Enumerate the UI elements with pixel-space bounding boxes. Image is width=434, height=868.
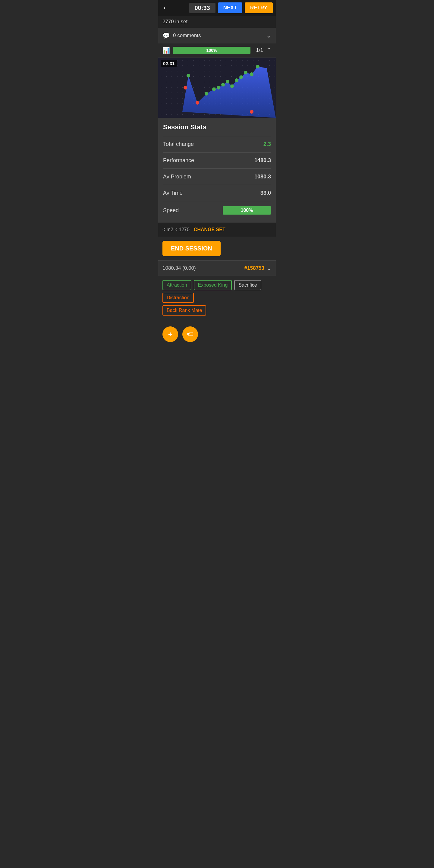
progress-fraction: 1/1 — [253, 47, 263, 53]
svg-point-3 — [212, 87, 216, 91]
count-bar: 2770 in set — [158, 16, 276, 28]
stat-value-av-problem: 1080.3 — [254, 174, 271, 180]
speed-bar: 100% — [223, 206, 271, 215]
svg-point-15 — [250, 110, 253, 114]
tag-attraction[interactable]: Attraction — [162, 280, 191, 290]
svg-point-5 — [221, 83, 225, 87]
back-button[interactable]: ‹ — [161, 3, 168, 13]
tags-row-1: Attraction Exposed King Sacrifice Distra… — [162, 280, 272, 303]
problem-info-bar: 1080.34 (0.00) #158753 ⌄ — [158, 260, 276, 276]
add-button[interactable]: + — [162, 327, 178, 342]
problem-link[interactable]: #158753 — [244, 265, 264, 271]
chart-time-label: 02:31 — [161, 60, 177, 67]
svg-point-2 — [205, 92, 208, 96]
stat-value-total-change: 2.3 — [264, 141, 271, 147]
svg-point-12 — [256, 65, 259, 68]
top-bar: ‹ 00:33 NEXT RETRY — [158, 0, 276, 16]
stat-row-total-change: Total change 2.3 — [163, 136, 271, 152]
svg-marker-0 — [182, 67, 276, 118]
stat-value-performance: 1480.3 — [254, 157, 271, 164]
bottom-actions: + 🏷 — [158, 322, 276, 348]
set-info-bar: < m2 < 1270 CHANGE SET — [158, 222, 276, 237]
tag-icon-button[interactable]: 🏷 — [182, 327, 198, 342]
svg-point-4 — [217, 86, 220, 90]
chart-area: 02:31 — [158, 58, 276, 118]
svg-point-10 — [244, 71, 247, 74]
tag-distraction[interactable]: Distraction — [162, 293, 194, 303]
svg-point-8 — [235, 79, 239, 82]
timer-display: 00:33 — [189, 3, 216, 13]
progress-section: 📊 100% 1/1 ⌃ — [158, 43, 276, 58]
stat-label-av-time: Av Time — [163, 190, 183, 196]
stat-value-av-time: 33.0 — [260, 190, 271, 196]
svg-point-9 — [239, 75, 243, 79]
progress-chevron-up-icon[interactable]: ⌃ — [266, 46, 272, 54]
progress-bar: 100% — [173, 47, 250, 54]
next-button[interactable]: NEXT — [218, 2, 242, 13]
bar-chart-icon: 📊 — [162, 47, 170, 54]
comments-chevron-down-icon[interactable]: ⌄ — [266, 32, 272, 39]
comments-icon: 💬 — [162, 32, 170, 39]
tags-section: Attraction Exposed King Sacrifice Distra… — [158, 276, 276, 322]
problem-info-chevron-down-icon[interactable]: ⌄ — [266, 264, 272, 272]
stat-label-performance: Performance — [163, 157, 194, 164]
tags-row-2: Back Rank Mate — [162, 305, 272, 315]
comments-text: 0 comments — [173, 33, 266, 38]
problem-info-text: 1080.34 (0.00) — [162, 265, 243, 271]
change-set-button[interactable]: CHANGE SET — [194, 227, 225, 232]
svg-point-14 — [184, 86, 187, 90]
stat-label-av-problem: Av Problem — [163, 174, 191, 180]
stat-row-av-time: Av Time 33.0 — [163, 185, 271, 201]
progress-fill: 100% — [173, 47, 250, 54]
svg-point-1 — [187, 74, 190, 78]
set-info-text: < m2 < 1270 — [162, 227, 190, 232]
end-session-button[interactable]: END SESSION — [162, 241, 221, 256]
speed-bar-value: 100% — [241, 208, 253, 213]
stat-row-performance: Performance 1480.3 — [163, 152, 271, 168]
tag-exposed-king[interactable]: Exposed King — [194, 280, 232, 290]
comments-bar: 💬 0 comments ⌄ — [158, 28, 276, 43]
svg-point-7 — [230, 84, 234, 88]
stat-label-total-change: Total change — [163, 141, 194, 147]
svg-point-13 — [195, 101, 199, 104]
count-text: 2770 in set — [162, 19, 187, 24]
stat-row-av-problem: Av Problem 1080.3 — [163, 168, 271, 185]
svg-point-6 — [226, 80, 229, 84]
stats-section: Session Stats Total change 2.3 Performan… — [158, 118, 276, 222]
stats-title: Session Stats — [163, 123, 271, 131]
retry-button[interactable]: RETRY — [245, 2, 273, 13]
svg-point-11 — [250, 72, 253, 76]
tag-back-rank-mate[interactable]: Back Rank Mate — [162, 305, 206, 315]
stat-label-speed: Speed — [163, 207, 179, 214]
tag-sacrifice[interactable]: Sacrifice — [234, 280, 261, 290]
stat-row-speed: Speed 100% — [163, 201, 271, 219]
